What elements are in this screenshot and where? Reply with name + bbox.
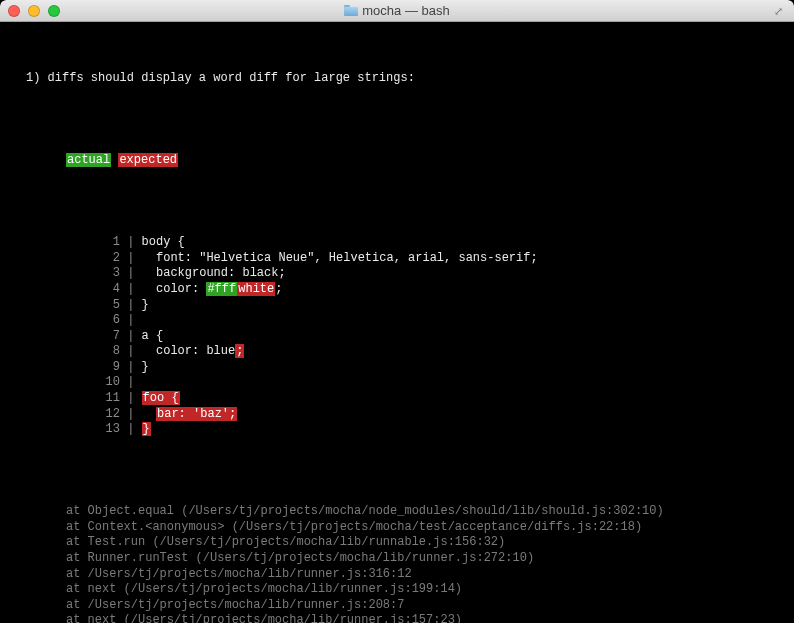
diff-pipe: | — [120, 313, 134, 327]
traffic-lights — [0, 5, 60, 17]
diff-line: 9 | } — [4, 360, 790, 376]
stack-frame: at Test.run (/Users/tj/projects/mocha/li… — [4, 535, 790, 551]
diff-pipe: | — [120, 251, 134, 265]
diff-line: 11 | foo { — [4, 391, 790, 407]
diff-segment: background: black; — [134, 266, 285, 280]
diff-segment: color: — [134, 282, 206, 296]
line-number: 1 — [92, 235, 120, 251]
diff-pipe: | — [120, 282, 134, 296]
diff-line: 8 | color: blue; — [4, 344, 790, 360]
titlebar: mocha — bash ⤢ — [0, 0, 794, 22]
line-number: 13 — [92, 422, 120, 438]
diff-pipe: | — [120, 391, 134, 405]
diff-line: 13 | } — [4, 422, 790, 438]
diff-pipe: | — [120, 344, 134, 358]
zoom-button[interactable] — [48, 5, 60, 17]
diff-segment: #fff — [206, 282, 237, 296]
test-header: 1) diffs should display a word diff for … — [4, 71, 790, 87]
line-number: 12 — [92, 407, 120, 423]
expand-icon[interactable]: ⤢ — [774, 5, 786, 17]
diff-segment: bar: 'baz'; — [156, 407, 237, 421]
diff-segment: font: "Helvetica Neue", Helvetica, arial… — [134, 251, 537, 265]
line-number: 6 — [92, 313, 120, 329]
minimize-button[interactable] — [28, 5, 40, 17]
stack-frame: at Object.equal (/Users/tj/projects/moch… — [4, 504, 790, 520]
stack-frame: at /Users/tj/projects/mocha/lib/runner.j… — [4, 567, 790, 583]
diff-line: 10 | — [4, 375, 790, 391]
terminal-output[interactable]: 1) diffs should display a word diff for … — [0, 22, 794, 623]
stack-frame: at Runner.runTest (/Users/tj/projects/mo… — [4, 551, 790, 567]
diff-line: 12 | bar: 'baz'; — [4, 407, 790, 423]
diff-segment: } — [134, 360, 148, 374]
diff-pipe: | — [120, 266, 134, 280]
line-number: 11 — [92, 391, 120, 407]
diff-segment: a { — [134, 329, 163, 343]
folder-icon — [344, 5, 358, 16]
diff-segment: foo { — [142, 391, 180, 405]
test-number: 1) — [26, 71, 40, 85]
diff-block: 1 | body {2 | font: "Helvetica Neue", He… — [4, 235, 790, 438]
diff-segment — [134, 391, 141, 405]
line-number: 9 — [92, 360, 120, 376]
diff-segment: white — [237, 282, 275, 296]
diff-segment: } — [134, 298, 148, 312]
line-number: 2 — [92, 251, 120, 267]
stack-frame: at Context.<anonymous> (/Users/tj/projec… — [4, 520, 790, 536]
diff-segment: color: blue — [134, 344, 235, 358]
line-number: 3 — [92, 266, 120, 282]
line-number: 8 — [92, 344, 120, 360]
diff-line: 3 | background: black; — [4, 266, 790, 282]
diff-legend: actual expected — [4, 153, 790, 169]
diff-segment — [134, 422, 141, 436]
diff-segment — [134, 407, 156, 421]
stack-frame: at next (/Users/tj/projects/mocha/lib/ru… — [4, 613, 790, 623]
test-description: diffs should display a word diff for lar… — [48, 71, 415, 85]
diff-pipe: | — [120, 375, 134, 389]
diff-segment: } — [142, 422, 151, 436]
diff-line: 5 | } — [4, 298, 790, 314]
diff-segment: body { — [134, 235, 184, 249]
diff-pipe: | — [120, 235, 134, 249]
diff-line: 7 | a { — [4, 329, 790, 345]
stack-trace: at Object.equal (/Users/tj/projects/moch… — [4, 504, 790, 623]
terminal-window: mocha — bash ⤢ 1) diffs should display a… — [0, 0, 794, 623]
window-title: mocha — bash — [0, 3, 794, 18]
diff-line: 6 | — [4, 313, 790, 329]
legend-actual: actual — [66, 153, 111, 167]
line-number: 7 — [92, 329, 120, 345]
diff-pipe: | — [120, 329, 134, 343]
legend-expected: expected — [118, 153, 178, 167]
line-number: 4 — [92, 282, 120, 298]
stack-frame: at next (/Users/tj/projects/mocha/lib/ru… — [4, 582, 790, 598]
diff-pipe: | — [120, 360, 134, 374]
stack-frame: at /Users/tj/projects/mocha/lib/runner.j… — [4, 598, 790, 614]
diff-segment: ; — [275, 282, 282, 296]
diff-line: 4 | color: #fffwhite; — [4, 282, 790, 298]
window-title-text: mocha — bash — [362, 3, 449, 18]
diff-pipe: | — [120, 422, 134, 436]
diff-line: 2 | font: "Helvetica Neue", Helvetica, a… — [4, 251, 790, 267]
line-number: 10 — [92, 375, 120, 391]
diff-pipe: | — [120, 407, 134, 421]
close-button[interactable] — [8, 5, 20, 17]
diff-line: 1 | body { — [4, 235, 790, 251]
diff-segment: ; — [235, 344, 244, 358]
line-number: 5 — [92, 298, 120, 314]
diff-pipe: | — [120, 298, 134, 312]
